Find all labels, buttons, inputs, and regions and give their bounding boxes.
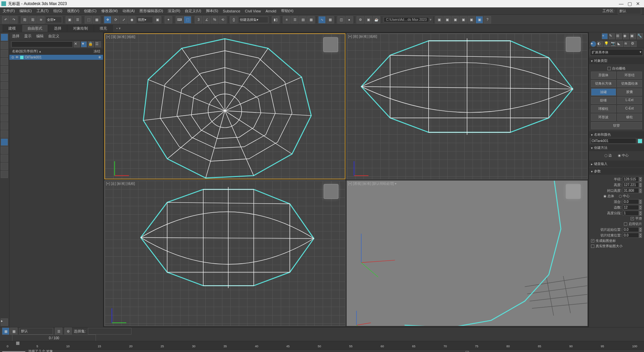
freeze-icon[interactable]: ❄ (98, 55, 101, 59)
snap3-button[interactable]: 3 (195, 16, 202, 24)
selection-filter[interactable]: 全部 ▾ (45, 16, 62, 23)
menu-modifier[interactable]: 修改器(M) (101, 8, 118, 13)
layers-button[interactable]: ☰ (291, 16, 299, 24)
lt-9[interactable] (1, 98, 8, 105)
objtype-6[interactable]: 纺锤 (591, 97, 616, 104)
track-btn-1[interactable]: ▦ (2, 327, 9, 335)
lt-15[interactable] (1, 146, 8, 154)
cmd-tab-modify[interactable]: ✎ (609, 33, 615, 39)
lt-8[interactable] (1, 90, 8, 97)
lt-5[interactable] (1, 66, 8, 73)
objtype-2[interactable]: 切角长方体 (591, 80, 616, 87)
percent-snap-button[interactable]: % (211, 16, 218, 24)
tb-extra-2[interactable]: ▣ (443, 16, 451, 24)
scene-filter-button[interactable]: ▼ (81, 41, 87, 47)
scene-tab-edit[interactable]: 编辑 (36, 34, 44, 39)
menu-file[interactable]: 文件(F) (3, 8, 15, 13)
sides-input[interactable] (623, 205, 639, 210)
bind-button[interactable]: ≋ (37, 16, 45, 24)
menu-customize[interactable]: 自定义(U) (185, 8, 201, 13)
tb-extra-3[interactable]: ▣ (451, 16, 459, 24)
curve-editor-button[interactable]: ∿ (318, 16, 326, 24)
objtype-9[interactable]: C-Ext (617, 105, 642, 113)
ribbon-tab-freeform[interactable]: 自由形式 (22, 25, 48, 32)
scene-col-frozen[interactable]: 冻结 (87, 49, 100, 54)
layer-explorer-button[interactable]: ▤ (299, 16, 307, 24)
keyboard-shortcut-button[interactable]: ⌨ (176, 16, 183, 24)
objtype-5[interactable]: 胶囊 (617, 88, 642, 96)
ref-coord-system[interactable]: 视图 ▾ (136, 16, 153, 23)
objtype-7[interactable]: L-Ext (617, 97, 642, 104)
snap-toggle-button[interactable]: ⬚ (184, 16, 191, 24)
ribbon-button[interactable]: ▦ (307, 16, 315, 24)
viewport-front[interactable]: [+] [前] [标准] [线框] (346, 33, 588, 179)
cmd-tab-hierarchy[interactable]: ⊞ (616, 33, 622, 39)
rotate-button[interactable]: ⟳ (112, 16, 119, 24)
centers-radio[interactable]: 中心 (619, 194, 630, 199)
objtype-3[interactable]: 切角圆柱体 (617, 80, 642, 87)
sub-lights[interactable]: 💡 (604, 41, 610, 47)
rollout-params[interactable]: ▾ 参数 (589, 168, 644, 175)
scene-item-oiltank[interactable]: ⊙ 👁 OilTank001 ❄ (9, 55, 103, 60)
move-button[interactable]: ✥ (104, 16, 111, 24)
scale-button[interactable]: ⤢ (120, 16, 127, 24)
create-center-radio[interactable]: 中心 (618, 153, 629, 158)
cmd-tab-create[interactable]: + (602, 33, 608, 39)
rollout-create[interactable]: ▾ 创建方法 (589, 144, 644, 151)
lt-6[interactable] (1, 74, 8, 81)
cmd-tab-display[interactable]: ▣ (630, 33, 636, 39)
object-color-button[interactable] (638, 139, 642, 143)
tb-extra-4[interactable]: ▣ (460, 16, 467, 24)
objtype-12[interactable]: 软管 (591, 122, 642, 129)
cmd-tab-utilities[interactable]: 🔧 (637, 33, 643, 39)
lt-13[interactable] (1, 130, 8, 138)
viewport-front-label[interactable]: [+] [前] [标准] [线框] (348, 34, 377, 39)
select-button[interactable]: ▣ (66, 16, 73, 24)
dope-sheet-button[interactable]: ▦ (326, 16, 334, 24)
maximize-button[interactable]: ▢ (628, 1, 632, 6)
radius-input[interactable] (623, 177, 639, 182)
redo-button[interactable]: ↷ (10, 16, 17, 24)
ribbon-tab-populate[interactable]: 填充 (94, 25, 113, 32)
schematic-button[interactable]: ◫ (337, 16, 345, 24)
lt-17[interactable] (1, 163, 8, 170)
ribbon-tab-select[interactable]: 选择 (48, 25, 67, 32)
menu-group[interactable]: 组(G) (53, 8, 62, 13)
genmap-check[interactable]: ✓生成贴图坐标 (591, 238, 616, 243)
edit-selset-button[interactable]: {} (230, 16, 237, 24)
menu-script[interactable]: 脚本(S) (206, 8, 218, 13)
lt-scene-explorer[interactable] (1, 34, 8, 41)
viewport-persp-label[interactable]: [+] [透视] [标准] [默认明暗处理] ▾ (348, 181, 396, 186)
ribbon-tab-model[interactable]: 建模 (3, 25, 21, 32)
slicefrom-input[interactable] (623, 227, 639, 232)
viewport-left[interactable]: [+] [左] [标准] [线框] (104, 180, 345, 326)
viewport-top[interactable]: [+] [顶] [标准] [线框] (104, 33, 345, 179)
undo-button[interactable]: ↶ (2, 16, 9, 24)
pivot-button[interactable]: ▣ (154, 16, 161, 24)
viewport-perspective[interactable]: [+] [透视] [标准] [默认明暗处理] ▾ (346, 180, 588, 326)
menu-civilview[interactable]: Civil View (245, 9, 261, 13)
align-button[interactable]: ≡ (283, 16, 290, 24)
scene-tab-customize[interactable]: 自定义 (48, 34, 59, 39)
blend-input[interactable] (623, 199, 639, 204)
spinner-snap-button[interactable]: ⟲ (219, 16, 226, 24)
window-crossing-button[interactable]: ▦ (93, 16, 100, 24)
ribbon-tab-objpaint[interactable]: 对象绘制 (67, 25, 94, 32)
realworld-check[interactable]: 真实世界贴图大小 (591, 244, 623, 249)
scene-list-button[interactable]: ☰ (95, 41, 101, 47)
menu-substance[interactable]: Substance (223, 9, 240, 13)
lt-14[interactable] (1, 138, 8, 146)
sub-helpers[interactable]: ◣ (617, 41, 623, 47)
menu-create[interactable]: 创建(C) (84, 8, 96, 13)
capheight-input[interactable] (623, 188, 639, 193)
lt-4[interactable] (1, 58, 8, 65)
rollout-objtype[interactable]: ▾ 对象类型 (589, 57, 644, 64)
menu-tools[interactable]: 工具(T) (37, 8, 49, 13)
selset-field[interactable] (88, 328, 131, 335)
timeline[interactable]: 0510152025303540455055606570758085909510… (0, 341, 644, 350)
viewport-left-label[interactable]: [+] [左] [标准] [线框] (106, 181, 135, 186)
select-name-button[interactable]: ☰ (74, 16, 81, 24)
named-selset[interactable]: 创建选择集 ▾ (238, 16, 268, 23)
height-input[interactable] (623, 182, 639, 187)
objtype-4[interactable]: 油罐 (591, 88, 616, 96)
